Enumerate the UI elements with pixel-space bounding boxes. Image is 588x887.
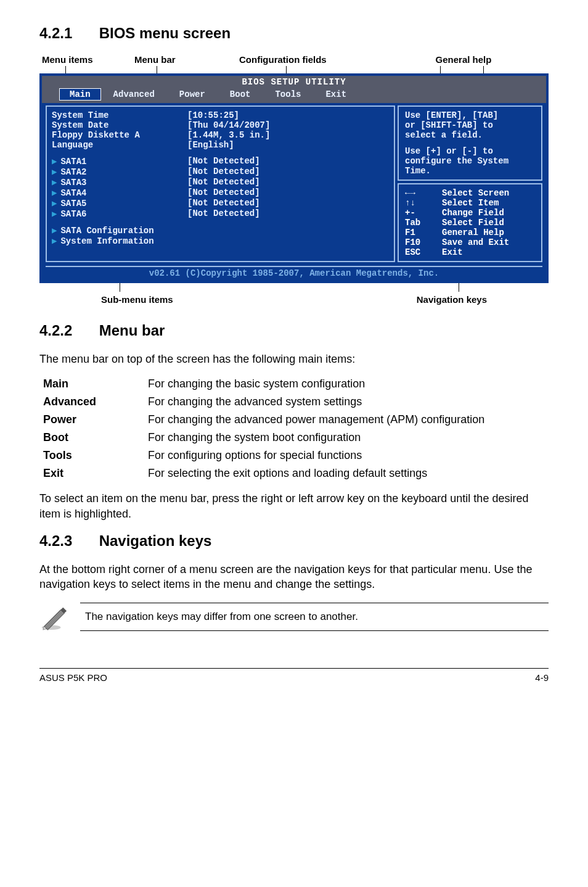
bios-tab-tools[interactable]: Tools [263, 88, 313, 101]
bios-row-sata5[interactable]: ▶SATA5 [Not Detected] [52, 198, 389, 208]
menu-bar-definitions: MainFor changing the basic system config… [39, 375, 549, 482]
bios-row-sata2[interactable]: ▶SATA2 [Not Detected] [52, 167, 389, 177]
section-number: 4.2.1 [39, 25, 95, 42]
table-row: BootFor changing the system boot configu… [39, 429, 549, 447]
section-title-text: Menu bar [99, 322, 165, 339]
callout-menu-items: Menu items [39, 54, 132, 65]
table-row: PowerFor changing the advanced power man… [39, 411, 549, 429]
footer-right: 4-9 [535, 672, 549, 683]
section-title-text: BIOS menu screen [99, 25, 231, 41]
bios-screenshot: BIOS SETUP UTILITY Main Advanced Power B… [39, 73, 549, 283]
top-callouts: Menu items Menu bar Configuration fields… [39, 54, 549, 65]
note-block: The navigation keys may differ from one … [39, 603, 549, 631]
section-heading: 4.2.1 BIOS menu screen [39, 25, 549, 42]
page-footer: ASUS P5K PRO 4-9 [39, 668, 549, 683]
bios-row-system-info[interactable]: ▶System Information [52, 236, 389, 246]
callout-lines-top [39, 66, 549, 73]
callout-general-help: General help [378, 54, 549, 65]
bios-tab-main[interactable]: Main [59, 88, 101, 101]
bios-row-system-time[interactable]: System Time [10:55:25] [52, 110, 389, 120]
bios-row-sata3[interactable]: ▶SATA3 [Not Detected] [52, 177, 389, 188]
bios-row-sata6[interactable]: ▶SATA6 [Not Detected] [52, 208, 389, 219]
section-heading: 4.2.3 Navigation keys [39, 532, 549, 550]
bios-row-language[interactable]: Language [English] [52, 140, 389, 150]
bios-row-sata4[interactable]: ▶SATA4 [Not Detected] [52, 188, 389, 198]
pencil-icon [39, 603, 68, 631]
bios-footer: v02.61 (C)Copyright 1985-2007, American … [42, 265, 546, 281]
bios-row-sata1[interactable]: ▶SATA1 [Not Detected] [52, 156, 389, 167]
arrow-lr-icon: ←→ [405, 188, 442, 198]
bios-row-sata-config[interactable]: ▶SATA Configuration [52, 225, 389, 236]
section-heading: 4.2.2 Menu bar [39, 322, 549, 339]
bios-menubar: Main Advanced Power Boot Tools Exit [42, 88, 546, 103]
bios-tab-advanced[interactable]: Advanced [101, 88, 167, 101]
bios-nav-keys-pane: ←→Select Screen ↑↓Select Item +-Change F… [398, 183, 542, 262]
bios-title: BIOS SETUP UTILITY [42, 76, 546, 88]
bios-row-system-date[interactable]: System Date [Thu 04/14/2007] [52, 120, 389, 130]
callout-menu-bar: Menu bar [132, 54, 237, 65]
menu-bar-outro-text: To select an item on the menu bar, press… [39, 491, 549, 521]
callout-config-fields: Configuration fields [237, 54, 378, 65]
section-number: 4.2.3 [39, 532, 95, 550]
bios-tab-boot[interactable]: Boot [218, 88, 263, 101]
bios-left-pane: System Time [10:55:25] System Date [Thu … [46, 105, 395, 262]
bios-row-floppy[interactable]: Floppy Diskette A [1.44M, 3.5 in.] [52, 130, 389, 140]
footer-left: ASUS P5K PRO [39, 672, 107, 683]
bios-tab-power[interactable]: Power [167, 88, 218, 101]
callout-navigation-keys: Navigation keys [417, 294, 549, 305]
callout-lines-bottom [39, 283, 549, 292]
bottom-callouts: Sub-menu items Navigation keys [39, 294, 549, 305]
note-text: The navigation keys may differ from one … [80, 603, 549, 631]
section-number: 4.2.2 [39, 322, 95, 339]
table-row: ToolsFor configuring options for special… [39, 447, 549, 464]
table-row: MainFor changing the basic system config… [39, 375, 549, 393]
bios-help-pane: Use [ENTER], [TAB] or [SHIFT-TAB] to sel… [398, 105, 542, 181]
table-row: AdvancedFor changing the advanced system… [39, 393, 549, 411]
menu-bar-intro-text: The menu bar on top of the screen has th… [39, 352, 549, 366]
table-row: ExitFor selecting the exit options and l… [39, 464, 549, 482]
nav-keys-paragraph: At the bottom right corner of a menu scr… [39, 562, 549, 592]
section-title-text: Navigation keys [99, 532, 212, 549]
callout-sub-menu-items: Sub-menu items [39, 294, 173, 305]
bios-tab-exit[interactable]: Exit [313, 88, 359, 101]
